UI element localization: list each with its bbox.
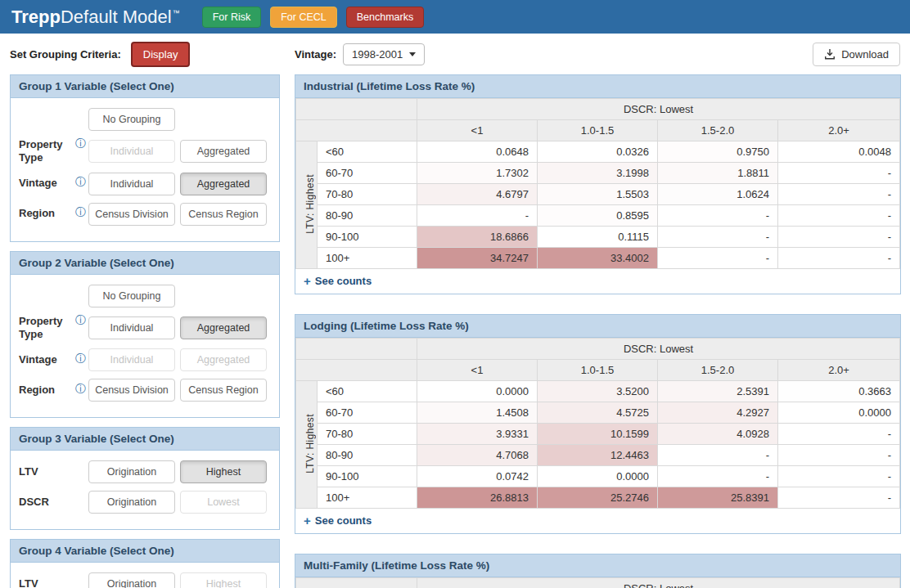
results-area: Industrial (Lifetime Loss Rate %)DSCR: L… — [295, 74, 901, 588]
value-cell: - — [778, 466, 900, 487]
value-cell: 18.6866 — [417, 227, 538, 248]
corner-cell — [296, 99, 417, 120]
value-cell: 12.4463 — [538, 445, 658, 466]
option-label-text: Vintage — [19, 177, 57, 189]
option-button[interactable]: Individual — [88, 316, 175, 339]
option-button[interactable]: Origination — [88, 572, 175, 588]
table-row: 70-803.933110.15994.0928- — [296, 424, 900, 445]
option-label: Vintageⓘ — [19, 353, 88, 366]
option-button[interactable]: Census Region — [180, 203, 267, 226]
value-cell: 0.8595 — [538, 205, 658, 227]
option-label: LTV — [19, 465, 88, 478]
brand-regular: Default Model — [61, 7, 172, 27]
option-button[interactable]: Individual — [88, 173, 175, 195]
app-logo: TreppDefault Model™ — [11, 7, 180, 28]
table-row: 90-1000.07420.0000-- — [296, 466, 900, 487]
see-counts-link[interactable]: +See counts — [304, 275, 372, 287]
display-button[interactable]: Display — [131, 42, 191, 67]
option-label: Regionⓘ — [19, 207, 88, 220]
option-button: Individual — [88, 348, 175, 371]
info-icon[interactable]: ⓘ — [75, 383, 86, 396]
option-button[interactable]: Origination — [88, 491, 175, 514]
row-header: 80-90 — [318, 445, 417, 466]
table-title: Industrial (Lifetime Loss Rate %) — [295, 75, 900, 98]
option-label-text: Property Type — [19, 315, 62, 340]
value-cell: - — [658, 227, 778, 248]
value-cell: 4.7068 — [417, 445, 538, 466]
info-icon[interactable]: ⓘ — [75, 137, 86, 150]
corner-cell — [296, 360, 417, 381]
row-header: 100+ — [318, 487, 417, 509]
option-label-text: DSCR — [19, 496, 49, 508]
grouping-criteria-section: Set Grouping Criteria: Display — [10, 42, 295, 67]
value-cell: 25.2746 — [538, 487, 658, 509]
info-icon[interactable]: ⓘ — [75, 352, 86, 366]
option-label: Property Typeⓘ — [19, 138, 88, 165]
vintage-select[interactable]: 1998-2001 — [343, 43, 425, 65]
download-icon — [824, 48, 836, 60]
group-panel-title: Group 3 Variable (Select One) — [11, 428, 279, 451]
corner-cell — [296, 339, 417, 360]
column-header: 2.0+ — [778, 360, 900, 381]
value-cell: 1.8811 — [658, 163, 778, 184]
column-header: <1 — [417, 120, 538, 141]
value-cell: - — [778, 163, 900, 184]
row-header: <60 — [318, 381, 417, 402]
for-risk-button[interactable]: For Risk — [202, 7, 262, 28]
option-button[interactable]: Origination — [88, 460, 175, 483]
see-counts-link[interactable]: +See counts — [304, 514, 372, 527]
sidebar: Group 1 Variable (Select One)No Grouping… — [10, 74, 280, 588]
option-button: Aggregated — [180, 348, 267, 371]
value-cell: 1.4508 — [417, 402, 538, 424]
value-cell: - — [778, 424, 900, 445]
table-row: 100+26.881325.274625.8391- — [296, 487, 900, 509]
option-button[interactable]: Census Division — [88, 203, 175, 226]
table-row: 100+34.724733.4002-- — [296, 248, 900, 269]
option-button: Highest — [180, 572, 267, 588]
for-cecl-button[interactable]: For CECL — [270, 7, 337, 28]
loss-rate-table: DSCR: Lowest<11.0-1.51.5-2.02.0+ — [295, 577, 900, 588]
option-button[interactable]: Aggregated — [180, 140, 267, 163]
corner-cell — [296, 578, 417, 588]
benchmarks-button[interactable]: Benchmarks — [346, 7, 424, 28]
brand-bold: Trepp — [11, 7, 61, 27]
value-cell: 25.8391 — [658, 487, 778, 509]
table-title: Lodging (Lifetime Loss Rate %) — [295, 315, 900, 338]
value-cell: 4.2927 — [658, 402, 778, 424]
table-row: 70-804.67971.55031.0624- — [296, 184, 900, 205]
toolbar: Set Grouping Criteria: Display Vintage: … — [0, 34, 910, 74]
value-cell: - — [778, 248, 900, 269]
value-cell: - — [778, 184, 900, 205]
grouping-criteria-label: Set Grouping Criteria: — [10, 48, 121, 61]
option-label-text: Vintage — [19, 353, 57, 366]
option-label-text: LTV — [19, 465, 38, 478]
download-button[interactable]: Download — [813, 43, 900, 66]
option-button[interactable]: Aggregated — [180, 173, 267, 195]
value-cell: 0.0048 — [778, 141, 900, 163]
value-cell: 26.8813 — [417, 487, 538, 509]
no-grouping-button[interactable]: No Grouping — [88, 108, 175, 131]
table-row: LTV: Highest<600.00003.52002.53910.3663 — [296, 381, 900, 402]
no-grouping-button[interactable]: No Grouping — [88, 285, 175, 307]
value-cell: 0.0000 — [778, 402, 900, 424]
caret-down-icon — [409, 52, 416, 56]
option-button[interactable]: Aggregated — [180, 316, 267, 339]
info-icon[interactable]: ⓘ — [75, 314, 86, 327]
option-label-text: Property Type — [19, 138, 62, 164]
row-header: 60-70 — [318, 163, 417, 184]
value-cell: 4.6797 — [417, 184, 538, 205]
info-icon[interactable]: ⓘ — [75, 206, 86, 219]
column-header: 1.0-1.5 — [538, 120, 658, 141]
value-cell: - — [778, 445, 900, 466]
value-cell: 33.4002 — [538, 248, 658, 269]
option-label-text: Region — [19, 207, 55, 219]
row-header: 70-80 — [318, 424, 417, 445]
option-button[interactable]: Highest — [180, 460, 267, 483]
value-cell: - — [778, 205, 900, 227]
option-button[interactable]: Census Division — [88, 379, 175, 402]
download-label: Download — [841, 48, 889, 61]
option-button[interactable]: Census Region — [180, 379, 267, 402]
info-icon[interactable]: ⓘ — [75, 176, 86, 189]
table-row: 80-904.706812.4463-- — [296, 445, 900, 466]
option-label-text: Region — [19, 384, 55, 396]
